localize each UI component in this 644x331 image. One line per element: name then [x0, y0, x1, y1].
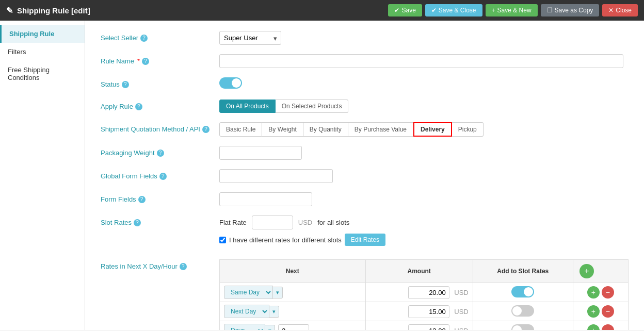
edit-rates-button[interactable]: Edit Rates [345, 234, 385, 246]
select-seller-wrap: Super User Admin [219, 31, 281, 45]
form-fields-input[interactable] [219, 192, 312, 206]
save-button[interactable]: ✔ Save [388, 4, 422, 16]
row-add-btn-days[interactable]: + [587, 324, 600, 330]
next-select-same-day[interactable]: Same Day [224, 286, 273, 299]
status-label: Status ? [101, 77, 219, 88]
global-form-fields-control [219, 169, 629, 183]
global-form-fields-input[interactable] [219, 169, 333, 183]
flat-rate-input[interactable]: 10.00 [252, 216, 293, 229]
global-form-fields-row: Global Form Fields ? [101, 169, 629, 183]
save-new-button[interactable]: + Save & New [486, 4, 538, 16]
sidebar-item-free-shipping[interactable]: Free Shipping Conditions [0, 61, 85, 87]
col-next: Next [220, 260, 366, 283]
status-row: Status ? [101, 77, 629, 90]
rates-table: Next Amount Add to Slot Rates + Same Day [219, 259, 629, 330]
method-delivery[interactable]: Delivery [413, 122, 452, 137]
status-help-icon[interactable]: ? [122, 81, 129, 88]
row-add-btn-same-day[interactable]: + [587, 286, 600, 299]
packaging-weight-input[interactable]: 0 [219, 146, 302, 160]
global-form-fields-label: Global Form Fields ? [101, 169, 219, 180]
rule-name-help-icon[interactable]: ? [142, 58, 149, 65]
shipment-method-row: Shipment Quotation Method / API ? Basic … [101, 122, 629, 137]
method-basic-rule[interactable]: Basic Rule [219, 122, 262, 137]
method-by-quantity[interactable]: By Quantity [303, 122, 348, 137]
apply-rule-selected-products[interactable]: On Selected Products [276, 100, 349, 113]
toggle-cell-next-day [473, 302, 573, 321]
close-button[interactable]: ✕ Close [602, 4, 638, 16]
packaging-weight-row: Packaging Weight ? 0 [101, 146, 629, 160]
slot-rates-help-icon[interactable]: ? [134, 219, 141, 226]
row-add-btn-next-day[interactable]: + [587, 305, 600, 318]
close-icon: ✕ [608, 7, 614, 14]
method-by-purchase-value[interactable]: By Purchase Value [348, 122, 413, 137]
method-by-weight[interactable]: By Weight [262, 122, 303, 137]
toggle-cell-days [473, 321, 573, 330]
shipment-method-help-icon[interactable]: ? [202, 126, 210, 133]
next-chevron-same-day[interactable]: ▾ [273, 287, 283, 299]
add-row-button[interactable]: + [579, 264, 594, 278]
status-control [219, 77, 629, 90]
packaging-weight-label: Packaging Weight ? [101, 146, 219, 157]
next-value-input-days[interactable] [278, 324, 309, 330]
action-btns-same-day: + − [577, 286, 624, 299]
select-seller-row: Select Seller ? Super User Admin [101, 31, 629, 45]
table-row: Next Day ▾ USD + − [220, 302, 629, 321]
slot-rates-control: Flat Rate 10.00 USD for all slots I have… [219, 216, 629, 250]
rates-next-row: Rates in Next X Day/Hour ? Next Amount A… [101, 259, 629, 330]
sidebar: Shipping Rule Filters Free Shipping Cond… [0, 21, 85, 330]
amount-cell: USD [365, 283, 473, 302]
slot-toggle-same-day[interactable] [511, 286, 534, 297]
next-chevron-days[interactable]: ▾ [265, 325, 275, 330]
copy-icon: ❐ [547, 7, 553, 14]
top-bar-actions: ✔ Save ✔ Save & Close + Save & New ❐ Sav… [388, 4, 638, 16]
table-row: Same Day ▾ USD + − [220, 283, 629, 302]
slot-rates-flat-row: Flat Rate 10.00 USD for all slots [219, 216, 629, 229]
row-remove-btn-days[interactable]: − [602, 324, 614, 330]
amount-currency-same-day: USD [454, 289, 468, 296]
save-close-button[interactable]: ✔ Save & Close [425, 4, 482, 16]
next-select-next-day[interactable]: Next Day [224, 305, 269, 318]
rates-next-help-icon[interactable]: ? [180, 263, 187, 270]
amount-input-same-day[interactable] [408, 286, 449, 299]
top-bar: ✎ Shipping Rule [edit] ✔ Save ✔ Save & C… [0, 0, 644, 21]
amount-input-days[interactable] [408, 324, 449, 330]
next-select-wrap: Same Day ▾ [224, 286, 361, 299]
next-cell: Days ▾ [220, 321, 366, 330]
global-form-fields-help-icon[interactable]: ? [159, 173, 167, 180]
for-all-slots-label: for all slots [317, 219, 349, 226]
slot-toggle-days[interactable] [511, 324, 534, 330]
rule-name-input[interactable]: Delivery shipping [219, 54, 623, 68]
different-rates-checkbox[interactable] [219, 237, 226, 243]
toggle-cell-same-day [473, 283, 573, 302]
rule-name-control: Delivery shipping [219, 54, 629, 68]
apply-rule-help-icon[interactable]: ? [135, 103, 142, 110]
col-add-btn: + [573, 260, 628, 283]
apply-rule-group: On All Products On Selected Products [219, 100, 348, 113]
page-title-text: Shipping Rule [edit] [17, 6, 90, 15]
apply-rule-all-products[interactable]: On All Products [219, 100, 276, 113]
rates-next-control: Next Amount Add to Slot Rates + Same Day [219, 259, 629, 330]
apply-rule-label: Apply Rule ? [101, 100, 219, 110]
save-copy-button[interactable]: ❐ Save as Copy [541, 4, 600, 16]
form-fields-help-icon[interactable]: ? [138, 196, 146, 203]
next-select-days[interactable]: Days [224, 324, 265, 330]
sidebar-item-shipping-rule[interactable]: Shipping Rule [0, 25, 85, 43]
row-remove-btn-next-day[interactable]: − [602, 305, 614, 318]
next-chevron-next-day[interactable]: ▾ [269, 306, 279, 318]
packaging-weight-help-icon[interactable]: ? [157, 150, 164, 157]
slot-toggle-next-day[interactable] [511, 305, 534, 317]
select-seller-select[interactable]: Super User Admin [219, 31, 281, 45]
shipment-method-control: Basic Rule By Weight By Quantity By Purc… [219, 122, 629, 137]
select-seller-help-icon[interactable]: ? [140, 35, 148, 42]
row-remove-btn-same-day[interactable]: − [602, 286, 614, 299]
form-fields-label: Form Fields ? [101, 192, 219, 203]
amount-input-next-day[interactable] [408, 305, 449, 318]
table-header-row: Next Amount Add to Slot Rates + [220, 260, 629, 283]
rule-name-label: Rule Name * ? [101, 54, 219, 65]
sidebar-item-filters[interactable]: Filters [0, 43, 85, 61]
method-pickup[interactable]: Pickup [452, 122, 484, 137]
status-toggle[interactable] [219, 77, 242, 89]
action-cell-next-day: + − [573, 302, 628, 321]
action-btns-next-day: + − [577, 305, 624, 318]
page-title: ✎ Shipping Rule [edit] [6, 6, 90, 15]
